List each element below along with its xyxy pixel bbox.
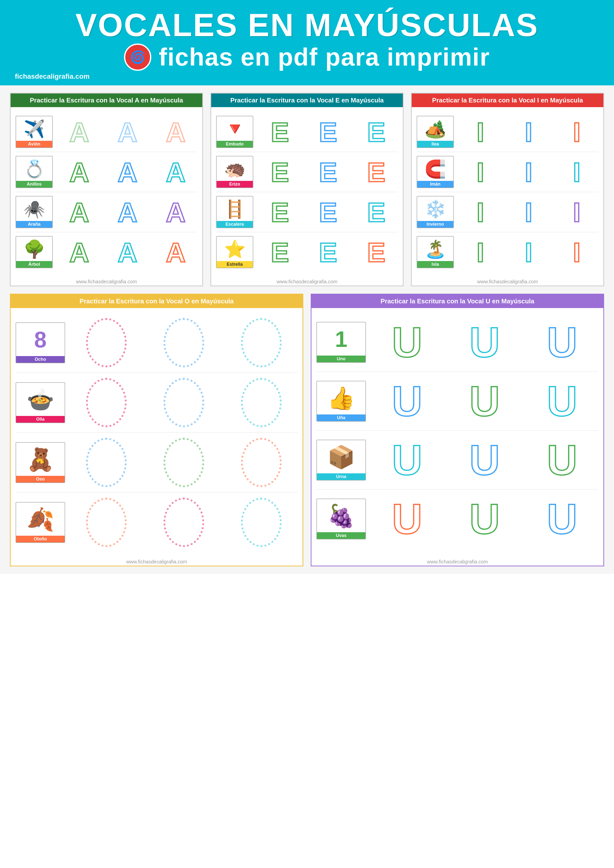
dotted-u-g3: U	[547, 436, 577, 484]
card-header-e: Practicar la Escritura con la Vocal E en…	[211, 93, 403, 107]
number-8-icon: 8	[34, 329, 47, 351]
image-box-olla: 🍲 Olla	[16, 382, 65, 423]
dotted-a-o4: A	[166, 237, 185, 268]
card-body-o: 8 Ocho 🍲 Ol	[11, 308, 303, 557]
dotted-u-u2: U U U	[371, 377, 598, 425]
card-vocal-o: Practicar la Escritura con la Vocal O en…	[10, 294, 303, 566]
image-box-arana: 🕷️ Araña	[16, 196, 53, 228]
table-row: 🏝️ Isla I I I	[417, 232, 598, 272]
dotted-u-u4: U U U	[371, 494, 598, 543]
arana-label: Araña	[16, 221, 52, 228]
otono-label: Otoño	[16, 536, 65, 542]
arana-icon: 🕷️	[23, 200, 45, 218]
image-box-ocho: 8 Ocho	[16, 322, 65, 363]
dotted-circle-teal2	[241, 378, 282, 427]
dotted-a-g2: A	[70, 157, 89, 188]
header-subtitle: fichas en pdf para imprimir	[159, 43, 490, 71]
dotted-letters-a4: A A A	[58, 237, 197, 268]
table-row: 🦔 Erizo E E E	[216, 152, 398, 192]
dotted-u-g2: U	[469, 377, 500, 425]
image-box-estrella: ⭐ Estrella	[216, 236, 253, 268]
image-box-ilea: 🏕️ Ilea	[417, 116, 454, 148]
header-subtitle-row: 🌀 fichas en pdf para imprimir	[124, 43, 490, 71]
olla-icon: 🍲	[26, 389, 54, 411]
invierno-label: Invierno	[417, 221, 453, 228]
table-row: 🧲 Imán I I I	[417, 152, 598, 192]
number-1-icon: 1	[335, 328, 347, 350]
page-title: VOCALES EN MAYÚSCULAS	[76, 8, 539, 43]
dotted-a-t4: A	[118, 237, 137, 268]
dotted-i-g4: I	[477, 237, 484, 268]
image-box-urna: 📦 Urna	[316, 440, 366, 480]
dotted-a-p3: A	[166, 197, 185, 228]
page-header: VOCALES EN MAYÚSCULAS 🌀 fichas en pdf pa…	[0, 0, 614, 85]
invierno-icon: ❄️	[424, 200, 446, 218]
dotted-i-p3: I	[573, 197, 581, 228]
dotted-u-u3: U U U	[371, 436, 598, 484]
dotted-letters-a3: A A A	[58, 197, 197, 228]
footer-url-a: www.fichasdecaligrafia.com	[11, 277, 202, 285]
dotted-circles-o3	[70, 438, 298, 487]
iman-icon: 🧲	[424, 160, 446, 178]
estrella-icon: ⭐	[224, 240, 246, 258]
table-row: 🌳 Árbol A A A	[16, 232, 197, 272]
oso-label: Oso	[16, 476, 65, 482]
dotted-i-g1: I	[477, 116, 484, 148]
uvas-label: Uvas	[317, 532, 365, 539]
dotted-e-g1: E	[271, 116, 289, 148]
card-vocal-a: Practicar la Escritura con la Vocal A en…	[10, 93, 203, 286]
dotted-u-b1: U	[547, 318, 577, 366]
erizo-icon: 🦔	[224, 160, 246, 178]
dotted-letters-e4: E E E	[258, 237, 398, 268]
image-box-arbol: 🌳 Árbol	[16, 236, 53, 268]
iman-label: Imán	[417, 181, 453, 188]
table-row: ❄️ Invierno I I I	[417, 192, 598, 232]
card-vocal-u: Practicar la Escritura con la Vocal U en…	[311, 294, 604, 566]
uvas-icon: 🍇	[327, 505, 355, 527]
ilea-icon: 🏕️	[424, 120, 446, 138]
dotted-circle-green3	[163, 438, 204, 487]
image-box-anillos: 💍 Anillos	[16, 156, 53, 188]
image-box-uno: 1 Uno	[316, 322, 366, 363]
table-row: 🪜 Escalera E E E	[216, 192, 398, 232]
card-body-a: ✈️ Avión A A A 💍 Anillo	[11, 107, 202, 277]
dotted-e-t3: E	[367, 197, 385, 228]
dotted-circles-o1	[70, 318, 298, 367]
dotted-a-t2: A	[166, 157, 185, 188]
dotted-u-g4: U	[469, 494, 500, 543]
table-row: 🔻 Embudo E E E	[216, 112, 398, 152]
anillos-label: Anillos	[16, 181, 52, 188]
dotted-circle-blue3	[86, 438, 127, 487]
dotted-circle-blue2	[163, 378, 204, 427]
dotted-circle-pink	[86, 318, 127, 367]
footer-url-i: www.fichasdecaligrafia.com	[412, 277, 603, 285]
escalera-label: Escalera	[217, 221, 253, 228]
image-box-oso: 🧸 Oso	[16, 442, 65, 483]
dotted-letters-a2: A A A	[58, 157, 197, 188]
dotted-i-o1: I	[573, 116, 581, 148]
dotted-e-g4: E	[271, 237, 289, 268]
table-row: ✈️ Avión A A A	[16, 112, 197, 152]
header-url: fichasdecaligrafia.com	[15, 73, 90, 81]
table-row: 🏕️ Ilea I I I	[417, 112, 598, 152]
image-box-uvas: 🍇 Uvas	[316, 499, 366, 539]
table-row: ⭐ Estrella E E E	[216, 232, 398, 272]
dotted-u-b2: U	[392, 377, 422, 425]
dotted-e-b2: E	[319, 157, 337, 188]
image-box-iman: 🧲 Imán	[417, 156, 454, 188]
dotted-i-b2: I	[525, 157, 533, 188]
dotted-e-g3: E	[271, 197, 289, 228]
dotted-a-b3: A	[118, 197, 137, 228]
dotted-letters-e2: E E E	[258, 157, 398, 188]
dotted-e-g2: E	[271, 157, 289, 188]
dotted-circle-orange3	[241, 438, 282, 487]
dotted-i-b3: I	[525, 197, 533, 228]
card-header-o: Practicar la Escritura con la Vocal O en…	[11, 294, 303, 308]
urna-label: Urna	[317, 473, 365, 480]
dotted-e-t1: E	[367, 116, 385, 148]
image-box-otono: 🍂 Otoño	[16, 502, 65, 543]
card-header-a: Practicar la Escritura con la Vocal A en…	[11, 93, 202, 107]
dotted-u-g1: U	[392, 318, 422, 366]
dotted-u-t3: U	[392, 436, 422, 484]
dotted-letters-i1: I I I	[459, 116, 598, 148]
